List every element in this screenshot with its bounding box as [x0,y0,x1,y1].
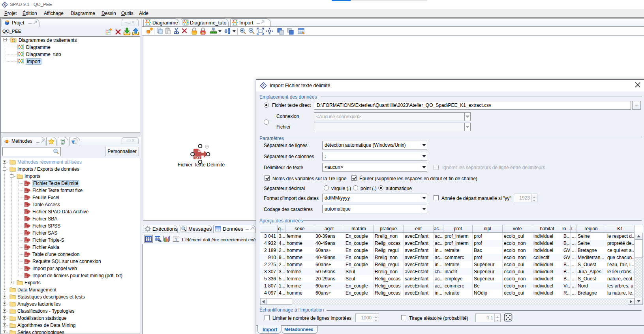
svg-text:T: T [175,238,177,242]
svg-text:TXT: TXT [194,156,201,160]
svg-text:S: S [4,3,6,7]
svg-text:S: S [262,84,264,88]
svg-text:%: % [158,239,161,243]
